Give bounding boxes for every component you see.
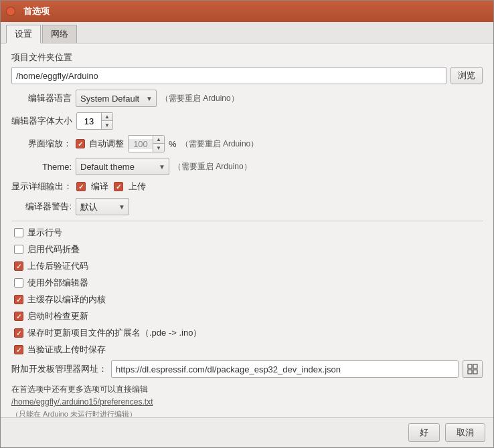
project-path-input[interactable] <box>11 67 446 84</box>
font-up-button[interactable]: ▲ <box>102 112 112 121</box>
project-folder-label: 项目文件夹位置 <box>11 51 483 64</box>
check-updates-row: 启动时检查更新 <box>14 310 483 322</box>
verbose-upload-checkbox[interactable] <box>114 182 123 191</box>
theme-hint: （需要重启 Arduino） <box>173 161 252 173</box>
ok-button[interactable]: 好 <box>408 423 440 442</box>
compiler-warn-select[interactable]: 默认 <box>76 198 129 215</box>
code-folding-label: 启用代码折叠 <box>27 243 80 255</box>
theme-select-wrapper: Default theme ▼ <box>76 158 169 175</box>
settings-content: 项目文件夹位置 浏览 编辑器语言 System Default ▼ （需要重启 … <box>1 43 493 417</box>
ui-scale-input[interactable] <box>129 139 153 149</box>
scale-spin-btns: ▲ ▼ <box>153 135 164 152</box>
ui-scale-row: 界面缩放： 自动调整 ▲ ▼ % （需要重启 Arduino） <box>11 135 483 152</box>
font-down-button[interactable]: ▼ <box>102 121 112 130</box>
ui-scale-label: 界面缩放： <box>11 138 72 150</box>
editor-font-label: 编辑器字体大小 <box>11 115 72 127</box>
theme-label: Theme: <box>11 162 72 172</box>
verify-after-upload-row: 上传后验证代码 <box>14 260 483 272</box>
ui-scale-spinner: ▲ ▼ <box>128 135 165 152</box>
bottom-bar: 好 取消 <box>1 417 493 447</box>
show-line-numbers-row: 显示行号 <box>14 227 483 239</box>
divider <box>11 221 483 221</box>
svg-rect-0 <box>468 364 472 368</box>
compiler-warn-label: 编译器警告: <box>11 201 72 213</box>
svg-rect-2 <box>468 370 472 374</box>
editor-lang-select[interactable]: System Default <box>76 90 157 107</box>
verbose-label: 显示详细输出： <box>11 181 72 193</box>
titlebar: 首选项 <box>1 1 493 22</box>
editor-lang-select-wrapper: System Default ▼ <box>76 90 157 107</box>
svg-rect-3 <box>473 370 477 374</box>
tab-settings[interactable]: 设置 <box>6 25 41 43</box>
save-extension-checkbox[interactable] <box>14 328 23 338</box>
compiler-warn-row: 编译器警告: 默认 ▼ <box>11 198 483 215</box>
aggressive-cache-label: 主缓存以编译的内核 <box>27 294 106 306</box>
editor-font-row: 编辑器字体大小 ▲ ▼ <box>11 112 483 130</box>
theme-row: Theme: Default theme ▼ （需要重启 Arduino） <box>11 158 483 175</box>
board-manager-url-input[interactable] <box>111 360 459 378</box>
ui-scale-auto-label: 自动调整 <box>89 138 124 150</box>
theme-select[interactable]: Default theme <box>76 158 169 175</box>
info-note: （只能在 Arduino 未运行时进行编辑） <box>11 409 483 417</box>
verify-after-upload-label: 上传后验证代码 <box>27 260 88 272</box>
save-extension-label: 保存时更新项目文件的扩展名（.pde -> .ino） <box>27 327 201 339</box>
svg-rect-1 <box>473 364 477 368</box>
code-folding-checkbox[interactable] <box>14 245 23 254</box>
aggressive-cache-checkbox[interactable] <box>14 295 23 304</box>
external-editor-row: 使用外部编辑器 <box>14 277 483 289</box>
verify-after-upload-checkbox[interactable] <box>14 261 23 271</box>
preferences-window: 首选项 设置 网络 项目文件夹位置 浏览 编辑器语言 System Defaul… <box>0 0 494 448</box>
verbose-compile-checkbox[interactable] <box>76 182 86 191</box>
editor-lang-label: 编辑器语言 <box>11 92 72 104</box>
save-on-verify-checkbox[interactable] <box>14 345 23 354</box>
compiler-warn-select-wrapper: 默认 ▼ <box>76 198 129 215</box>
grid-icon <box>467 364 478 374</box>
info-path[interactable]: /home/eggfly/.arduino15/preferences.txt <box>11 396 483 409</box>
check-updates-checkbox[interactable] <box>14 312 23 321</box>
editor-lang-row: 编辑器语言 System Default ▼ （需要重启 Arduino） <box>11 90 483 107</box>
editor-lang-hint: （需要重启 Arduino） <box>161 93 239 104</box>
ui-scale-unit: % <box>169 139 177 149</box>
scale-down-button[interactable]: ▼ <box>153 144 164 152</box>
code-folding-row: 启用代码折叠 <box>14 243 483 255</box>
external-editor-label: 使用外部编辑器 <box>27 277 88 289</box>
verbose-row: 显示详细输出： 编译 上传 <box>11 181 483 193</box>
info-line1: 在首选项中还有更多选项可以直接编辑 <box>11 383 483 396</box>
board-manager-label: 附加开发板管理器网址： <box>11 363 107 375</box>
board-manager-row: 附加开发板管理器网址： <box>11 360 483 378</box>
verbose-compile-label: 编译 <box>91 181 108 193</box>
project-folder-row: 浏览 <box>11 67 483 84</box>
save-on-verify-label: 当验证或上传时保存 <box>27 344 106 356</box>
cancel-button[interactable]: 取消 <box>445 423 485 442</box>
tabs-bar: 设置 网络 <box>1 22 493 43</box>
external-editor-checkbox[interactable] <box>14 278 23 288</box>
verbose-checkboxes: 编译 上传 <box>76 181 146 193</box>
window-title: 首选项 <box>23 5 50 17</box>
tab-network[interactable]: 网络 <box>42 25 77 43</box>
save-extension-row: 保存时更新项目文件的扩展名（.pde -> .ino） <box>14 327 483 339</box>
ui-scale-hint: （需要重启 Arduino） <box>181 138 259 150</box>
show-line-numbers-checkbox[interactable] <box>14 228 23 237</box>
check-updates-label: 启动时检查更新 <box>27 310 88 322</box>
close-button[interactable] <box>6 7 15 16</box>
aggressive-cache-row: 主缓存以编译的内核 <box>14 294 483 306</box>
board-manager-icon-button[interactable] <box>463 360 483 378</box>
show-line-numbers-label: 显示行号 <box>27 227 62 239</box>
editor-font-input[interactable] <box>77 116 101 126</box>
ui-scale-auto-checkbox[interactable] <box>76 139 85 148</box>
editor-font-spinner: ▲ ▼ <box>76 112 113 130</box>
info-section: 在首选项中还有更多选项可以直接编辑 /home/eggfly/.arduino1… <box>11 383 483 417</box>
browse-button[interactable]: 浏览 <box>450 67 483 84</box>
save-on-verify-row: 当验证或上传时保存 <box>14 344 483 356</box>
font-spin-btns: ▲ ▼ <box>101 112 112 130</box>
scale-up-button[interactable]: ▲ <box>153 135 164 144</box>
verbose-upload-label: 上传 <box>129 181 146 193</box>
